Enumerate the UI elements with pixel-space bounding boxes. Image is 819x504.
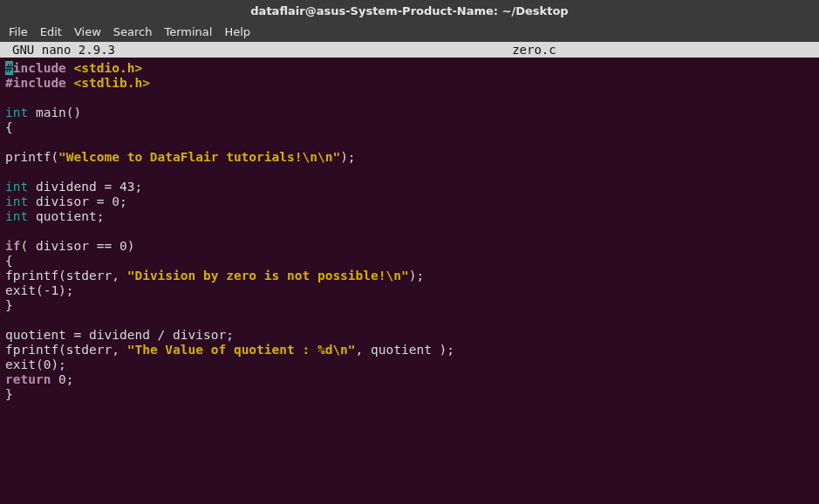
keyword-return: return [5, 372, 51, 386]
code-text: printf( [5, 150, 58, 164]
string-literal: <stdlib.h> [74, 76, 150, 90]
window-titlebar: dataflair@asus-System-Product-Name: ~/De… [0, 0, 819, 21]
code-text: { [5, 120, 13, 134]
code-text: } [5, 387, 13, 401]
code-text: ); [409, 269, 424, 283]
code-text: dividend = 43; [28, 180, 142, 194]
code-text: main() [28, 106, 81, 119]
code-text: { [5, 254, 13, 268]
menu-view[interactable]: View [74, 25, 101, 38]
editor-area[interactable]: #include <stdio.h> #include <stdlib.h> i… [0, 58, 819, 504]
nano-statusbar: GNU nano 2.9.3 zero.c [0, 42, 819, 58]
type-int: int [5, 194, 28, 208]
code-text: , quotient ); [356, 343, 455, 357]
type-int: int [5, 180, 28, 194]
code-text: quotient; [28, 209, 104, 223]
code-text: quotient = dividend / divisor; [5, 328, 234, 342]
status-spacer [115, 42, 512, 58]
menu-search[interactable]: Search [113, 25, 153, 38]
nano-filename: zero.c [512, 42, 556, 58]
code-text: exit(0); [5, 358, 66, 371]
nano-version: GNU nano 2.9.3 [0, 42, 115, 58]
string-literal: "Division by zero is not possible!\n" [127, 269, 409, 283]
code-text: divisor = 0; [28, 194, 127, 208]
keyword-include: #include [5, 76, 66, 90]
menu-terminal[interactable]: Terminal [164, 25, 212, 38]
code-text: ); [340, 150, 355, 164]
code-text: exit(-1); [5, 283, 74, 297]
string-literal: "Welcome to DataFlair tutorials!\n\n" [58, 150, 340, 164]
string-literal: "The Value of quotient : %d\n" [127, 343, 356, 357]
menu-help[interactable]: Help [224, 25, 250, 38]
keyword-include: include [13, 61, 66, 75]
code-text: fprintf(stderr, [5, 343, 127, 357]
code-text: 0; [51, 372, 73, 386]
string-literal: <stdio.h> [74, 61, 143, 75]
keyword-if: if [5, 239, 20, 253]
type-int: int [5, 209, 28, 223]
code-text: } [5, 298, 13, 312]
menubar: File Edit View Search Terminal Help [0, 21, 819, 42]
menu-file[interactable]: File [9, 25, 28, 38]
code-text: ( divisor == 0) [20, 239, 134, 253]
code-text: fprintf(stderr, [5, 269, 127, 283]
window-title: dataflair@asus-System-Product-Name: ~/De… [250, 4, 568, 17]
text-cursor: # [5, 61, 13, 75]
menu-edit[interactable]: Edit [40, 25, 62, 38]
type-int: int [5, 106, 28, 119]
